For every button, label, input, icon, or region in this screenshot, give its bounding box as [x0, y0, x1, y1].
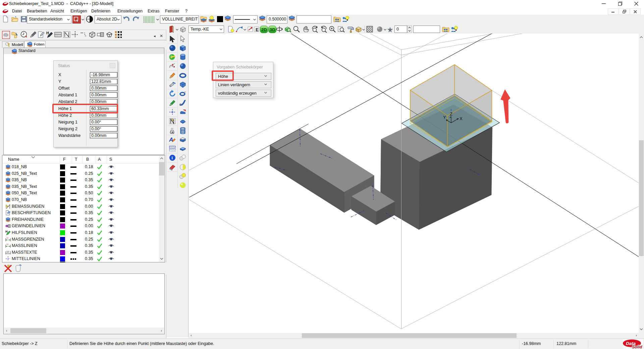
svg-text:10: 10: [6, 251, 9, 253]
svg-text:H: H: [46, 31, 49, 35]
svg-text:Solid: Solid: [632, 345, 642, 349]
svg-text:Y: Y: [443, 115, 446, 120]
svg-text:10: 10: [6, 243, 8, 245]
svg-text:H: H: [5, 230, 8, 233]
svg-text:X: X: [460, 116, 463, 121]
svg-text:2D: 2D: [261, 27, 267, 32]
svg-text:E: E: [256, 27, 259, 32]
svg-text:10: 10: [6, 237, 8, 239]
svg-text:A: A: [169, 137, 173, 143]
svg-text:A: A: [171, 131, 173, 134]
svg-text:Z: Z: [450, 111, 452, 116]
svg-text:3D: 3D: [270, 27, 275, 32]
svg-text:i: i: [172, 155, 173, 160]
